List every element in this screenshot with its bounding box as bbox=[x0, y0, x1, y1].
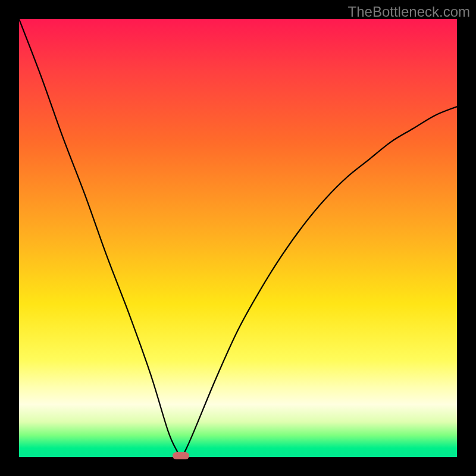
optimal-point-marker bbox=[173, 452, 189, 459]
watermark-text: TheBottleneck.com bbox=[348, 4, 470, 20]
plot-gradient-background bbox=[19, 19, 457, 457]
chart-container: TheBottleneck.com bbox=[0, 0, 476, 476]
